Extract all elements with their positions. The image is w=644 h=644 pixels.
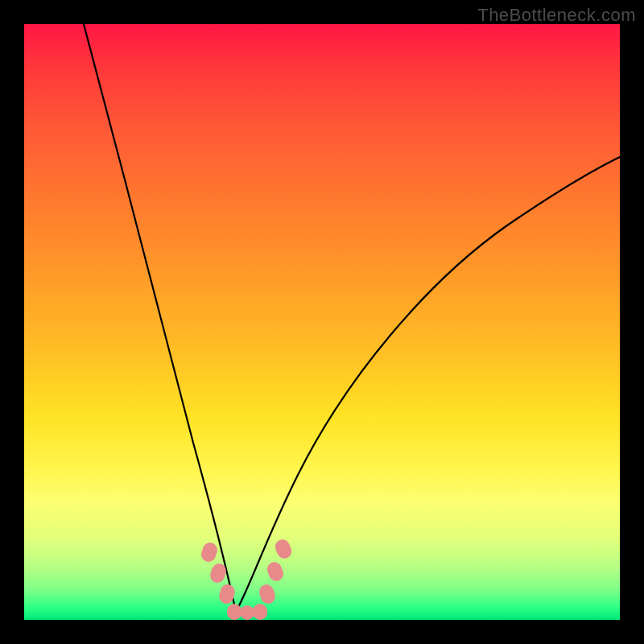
marker: [258, 583, 278, 605]
chart-svg: [24, 24, 620, 620]
marker: [253, 604, 267, 620]
marker-group: [200, 537, 294, 620]
marker: [265, 560, 286, 584]
watermark: TheBottleneck.com: [477, 5, 636, 26]
left-curve: [84, 24, 236, 612]
marker: [240, 605, 254, 620]
marker: [227, 604, 242, 620]
marker: [273, 537, 294, 560]
plot-area: [24, 24, 620, 620]
right-curve: [236, 157, 620, 612]
marker: [200, 541, 220, 564]
